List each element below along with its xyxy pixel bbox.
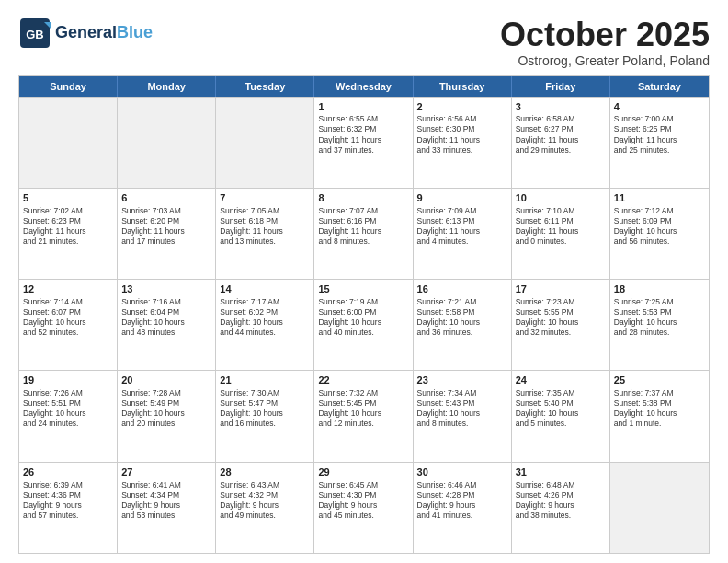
day-number: 3 <box>516 100 606 114</box>
calendar-cell: 24Sunrise: 7:35 AMSunset: 5:40 PMDayligh… <box>512 371 610 461</box>
day-number: 2 <box>417 100 507 114</box>
day-number: 25 <box>614 373 705 387</box>
cell-line: Sunrise: 7:03 AM <box>121 206 211 216</box>
cell-line: and 33 minutes. <box>417 145 507 155</box>
cell-line: Daylight: 9 hours <box>23 500 113 511</box>
cell-line: and 20 minutes. <box>121 419 211 429</box>
cell-line: and 49 minutes. <box>220 511 310 521</box>
day-number: 24 <box>516 373 606 387</box>
cell-line: Daylight: 9 hours <box>121 500 211 511</box>
cell-line: and 29 minutes. <box>516 145 606 155</box>
calendar-cell: 19Sunrise: 7:26 AMSunset: 5:51 PMDayligh… <box>19 371 118 461</box>
cell-line: Daylight: 10 hours <box>318 408 408 419</box>
calendar-cell: 4Sunrise: 7:00 AMSunset: 6:25 PMDaylight… <box>610 98 709 188</box>
cell-line: Sunset: 6:25 PM <box>614 124 705 134</box>
day-number: 19 <box>23 373 113 387</box>
cell-line: Daylight: 10 hours <box>614 317 705 327</box>
cell-line: Daylight: 10 hours <box>23 408 113 419</box>
day-number: 22 <box>318 373 408 387</box>
calendar-cell: 5Sunrise: 7:02 AMSunset: 6:23 PMDaylight… <box>19 189 118 279</box>
cell-line: Sunset: 6:30 PM <box>417 124 507 134</box>
cell-line: Sunset: 4:32 PM <box>220 490 310 500</box>
cell-line: Sunset: 6:09 PM <box>614 216 705 226</box>
cell-line: and 38 minutes. <box>516 511 606 521</box>
cell-line: Daylight: 10 hours <box>614 408 705 419</box>
calendar-row-4: 19Sunrise: 7:26 AMSunset: 5:51 PMDayligh… <box>19 370 709 461</box>
cell-line: and 37 minutes. <box>318 145 408 155</box>
calendar-cell <box>19 98 118 188</box>
cell-line: Sunset: 5:55 PM <box>516 307 606 317</box>
day-number: 26 <box>23 465 113 479</box>
calendar-body: 1Sunrise: 6:55 AMSunset: 6:32 PMDaylight… <box>19 97 709 553</box>
day-number: 15 <box>318 282 408 296</box>
cell-line: Sunrise: 6:56 AM <box>417 114 507 124</box>
day-number: 8 <box>318 191 408 205</box>
cell-line: Sunrise: 7:34 AM <box>417 388 507 398</box>
day-number: 28 <box>220 465 310 479</box>
cell-line: Daylight: 10 hours <box>121 408 211 419</box>
cell-line: Sunset: 5:47 PM <box>220 398 310 408</box>
cell-line: and 4 minutes. <box>417 236 507 247</box>
cell-line: Sunset: 6:18 PM <box>220 216 310 226</box>
day-number: 10 <box>516 191 606 205</box>
cell-line: Sunset: 6:00 PM <box>318 307 408 317</box>
calendar-cell: 27Sunrise: 6:41 AMSunset: 4:34 PMDayligh… <box>118 463 216 553</box>
day-number: 16 <box>417 282 507 296</box>
calendar-cell: 23Sunrise: 7:34 AMSunset: 5:43 PMDayligh… <box>414 371 512 461</box>
calendar-row-5: 26Sunrise: 6:39 AMSunset: 4:36 PMDayligh… <box>19 462 709 553</box>
cell-line: Sunrise: 7:37 AM <box>614 388 705 398</box>
cell-line: and 12 minutes. <box>318 419 408 429</box>
day-number: 5 <box>23 191 113 205</box>
day-number: 30 <box>417 465 507 479</box>
calendar-cell <box>216 98 314 188</box>
cell-line: Sunset: 4:28 PM <box>417 490 507 500</box>
day-number: 4 <box>614 100 705 114</box>
calendar-cell: 21Sunrise: 7:30 AMSunset: 5:47 PMDayligh… <box>216 371 314 461</box>
cell-line: and 28 minutes. <box>614 327 705 338</box>
cell-line: Sunset: 6:02 PM <box>220 307 310 317</box>
day-header-friday: Friday <box>512 76 610 97</box>
calendar-cell: 26Sunrise: 6:39 AMSunset: 4:36 PMDayligh… <box>19 463 118 553</box>
day-number: 9 <box>417 191 507 205</box>
cell-line: Sunrise: 7:25 AM <box>614 297 705 307</box>
calendar-cell: 10Sunrise: 7:10 AMSunset: 6:11 PMDayligh… <box>512 189 610 279</box>
day-header-tuesday: Tuesday <box>216 76 314 97</box>
calendar-cell: 1Sunrise: 6:55 AMSunset: 6:32 PMDaylight… <box>314 98 413 188</box>
cell-line: Daylight: 11 hours <box>220 226 310 236</box>
calendar-cell: 13Sunrise: 7:16 AMSunset: 6:04 PMDayligh… <box>118 280 216 370</box>
cell-line: and 25 minutes. <box>614 145 705 155</box>
cell-line: and 0 minutes. <box>516 236 606 247</box>
cell-line: Daylight: 10 hours <box>121 317 211 327</box>
day-header-wednesday: Wednesday <box>314 76 413 97</box>
cell-line: Sunrise: 7:17 AM <box>220 297 310 307</box>
cell-line: Daylight: 11 hours <box>318 135 408 145</box>
calendar-header: SundayMondayTuesdayWednesdayThursdayFrid… <box>19 76 709 97</box>
day-number: 6 <box>121 191 211 205</box>
cell-line: Sunset: 5:40 PM <box>516 398 606 408</box>
cell-line: and 17 minutes. <box>121 236 211 247</box>
cell-line: and 41 minutes. <box>417 511 507 521</box>
cell-line: and 57 minutes. <box>23 511 113 521</box>
calendar: SundayMondayTuesdayWednesdayThursdayFrid… <box>18 75 710 554</box>
calendar-cell: 8Sunrise: 7:07 AMSunset: 6:16 PMDaylight… <box>314 189 413 279</box>
cell-line: Sunset: 5:58 PM <box>417 307 507 317</box>
cell-line: Sunrise: 6:39 AM <box>23 480 113 490</box>
title-block: October 2025 Ostrorog, Greater Poland, P… <box>500 17 710 68</box>
cell-line: Daylight: 11 hours <box>318 226 408 236</box>
cell-line: Sunset: 5:45 PM <box>318 398 408 408</box>
calendar-row-3: 12Sunrise: 7:14 AMSunset: 6:07 PMDayligh… <box>19 279 709 370</box>
cell-line: Sunrise: 6:43 AM <box>220 480 310 490</box>
cell-line: Sunset: 6:07 PM <box>23 307 113 317</box>
calendar-cell: 31Sunrise: 6:48 AMSunset: 4:26 PMDayligh… <box>512 463 610 553</box>
cell-line: and 40 minutes. <box>318 327 408 338</box>
page: GB GeneralBlue October 2025 Ostrorog, Gr… <box>0 0 728 563</box>
calendar-cell: 22Sunrise: 7:32 AMSunset: 5:45 PMDayligh… <box>314 371 413 461</box>
cell-line: Sunrise: 6:55 AM <box>318 114 408 124</box>
calendar-cell: 30Sunrise: 6:46 AMSunset: 4:28 PMDayligh… <box>414 463 512 553</box>
cell-line: Sunrise: 7:14 AM <box>23 297 113 307</box>
cell-line: Daylight: 10 hours <box>318 317 408 327</box>
day-number: 18 <box>614 282 705 296</box>
logo-icon: GB <box>18 17 51 50</box>
day-header-thursday: Thursday <box>414 76 512 97</box>
cell-line: Sunrise: 6:48 AM <box>516 480 606 490</box>
